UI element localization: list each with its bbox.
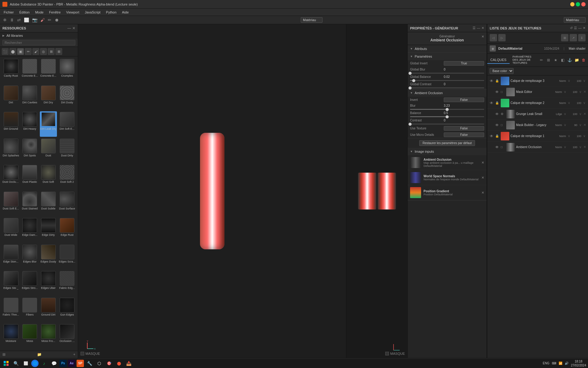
download-btn[interactable]: 📥 [124,359,133,368]
resource-item-34[interactable]: Edges Uber [40,270,57,296]
resources-folder-btn[interactable]: 📁 [37,352,42,357]
layer-fill-btn[interactable]: ⊞ [545,57,552,63]
view3d-icon[interactable]: ⬜ [24,17,29,22]
minimize-button[interactable] [570,2,575,6]
global-blur-thumb[interactable] [409,72,412,75]
mask-editor-opacity[interactable]: 100 [568,90,577,94]
layer-2-opacity[interactable]: 100 [572,102,581,105]
layer-paint-btn[interactable]: ✏ [538,57,545,63]
resource-item-5[interactable]: Dirt Cavities [21,85,39,110]
image-inputs-header[interactable]: Image inputs [408,148,487,155]
sub-painter-btn[interactable]: SP [77,360,84,367]
menu-mode[interactable]: Mode [33,10,46,15]
resource-item-33[interactable]: Edges Stro... [21,270,39,296]
record-icon[interactable]: ⏺ [55,17,59,22]
resources-add-btn[interactable]: + [73,352,75,357]
layer-1-opacity[interactable]: 100 [572,135,581,138]
network-icon[interactable]: 📶 [559,362,562,365]
layer-2-mode[interactable]: Norm [559,102,566,105]
tool-pen[interactable]: ✏ [25,48,32,55]
resource-item-17[interactable]: Dust Plastic [21,164,39,190]
menu-fichier[interactable]: Fichier [1,10,16,15]
contrast-slider-container[interactable] [408,123,487,125]
balance-slider-container[interactable] [408,116,487,118]
layer-3-opacity[interactable]: 100 [572,79,581,82]
contrast-thumb[interactable] [409,123,412,126]
volume-icon[interactable]: 🔊 [565,362,568,365]
resource-item-24[interactable]: Dust Wide [2,217,20,243]
view1-select[interactable]: Matériau [301,17,322,23]
resource-item-15[interactable]: Dust Dirty [58,138,76,163]
layer-3-eye[interactable]: 👁 [489,79,494,83]
resource-item-38[interactable]: Ground Dirt [40,297,57,323]
restore-button[interactable]: Restaurer les paramètres par défaut [419,140,475,146]
global-balance-slider[interactable] [408,79,487,82]
resource-item-7[interactable]: Dirt Dusty [58,85,76,110]
prev-arrow-icon[interactable]: ↗ [570,34,577,41]
layer-2-lock[interactable]: 🔒 [495,101,499,105]
chrome-btn[interactable]: 🌐 [31,360,39,367]
resource-item-19[interactable]: Dust Soft 2 [58,164,76,190]
ao-sub-mode[interactable]: Norm [555,146,562,149]
search-input[interactable] [2,40,75,45]
resource-item-40[interactable]: Moisture [2,324,20,349]
prev-settings-icon[interactable]: ⊞ [561,34,568,41]
layer-mask-btn[interactable]: ◧ [560,57,566,63]
chat-btn[interactable]: 💬 [50,359,58,368]
layer-1-mode[interactable]: Norm [559,135,566,138]
ae-btn[interactable]: Ae [68,360,75,367]
params-tab[interactable]: PARAMÈTRES DES JEUX DE TEXTURES [510,54,537,67]
ao-input-close[interactable]: ✕ [481,161,484,165]
sync-icon[interactable]: ⇄ [17,17,21,22]
maximize-button[interactable] [576,2,580,6]
global-contrast-slider[interactable] [408,87,487,89]
layer-3-lock[interactable]: 🔒 [495,79,499,82]
invert-toggle[interactable]: False [444,98,484,102]
tool-circle[interactable]: ⬤ [9,48,16,55]
view2-select[interactable]: Matériau [564,17,586,23]
resources-import-btn[interactable]: ⊞ [2,352,6,357]
menu-edition[interactable]: Édition [17,10,32,15]
layer-delete-btn[interactable]: 🗑 [581,57,587,63]
use-micro-toggle[interactable]: False [444,132,484,137]
resource-item-41[interactable]: Moss [21,324,39,349]
tool-all[interactable]: ⬛ [2,48,9,55]
resource-item-37[interactable]: Fibers [21,297,39,323]
blender-btn[interactable]: 🔧 [85,359,94,368]
brush-icon[interactable]: ✏ [48,17,51,22]
resource-item-3[interactable]: Crumples [58,58,76,84]
resource-item-43[interactable]: Occlusion ... [58,324,76,349]
resource-item-14[interactable]: Dust [40,138,57,163]
tool-grid[interactable]: ⊞ [48,48,55,55]
global-blur-slider[interactable] [408,72,487,74]
base-color-select[interactable]: Base color [490,68,514,74]
menu-python[interactable]: Python [104,10,119,15]
global-balance-thumb[interactable] [412,79,415,82]
use-texture-toggle[interactable]: False [444,126,484,131]
balance-thumb[interactable] [446,115,449,118]
masque-checkbox-1[interactable] [81,352,84,355]
taskview-btn[interactable]: ⬜ [21,359,30,368]
resource-item-18[interactable]: Dust Soft [40,164,57,190]
resource-item-36[interactable]: Fabric Thre... [2,297,20,323]
mask-builder-opacity[interactable]: 90 [568,124,577,127]
close-button[interactable] [581,2,586,6]
resource-item-35[interactable]: Fabric Edg... [58,270,76,296]
resource-item-31[interactable]: Edges Scra... [58,244,76,270]
unreal-btn[interactable]: ⬡ [95,359,104,368]
resource-item-27[interactable]: Edge Rust [58,217,76,243]
parameters-header[interactable]: Paramètres [408,53,487,60]
resource-item-1[interactable]: Concrete E... [21,58,39,84]
prop-close-icon[interactable]: ✕ [481,26,484,30]
layer-1-lock[interactable]: 🔒 [495,134,499,138]
attributs-header[interactable]: Attributs [408,45,487,52]
spotify-btn[interactable]: ♪ [40,359,48,368]
resource-item-13[interactable]: Dirt Spots [21,138,39,163]
mask-editor-del[interactable]: ✕ [583,90,586,94]
freeze-icon[interactable]: ❄ [3,17,7,22]
texture-minimize-icon[interactable]: — [578,26,582,30]
resource-item-6[interactable]: Dirt Dry [40,85,57,110]
layer-anchor-btn[interactable]: ⚓ [567,57,573,63]
blur-thumb[interactable] [446,108,449,111]
ao-header[interactable]: Ambient Occlusion [408,89,487,97]
